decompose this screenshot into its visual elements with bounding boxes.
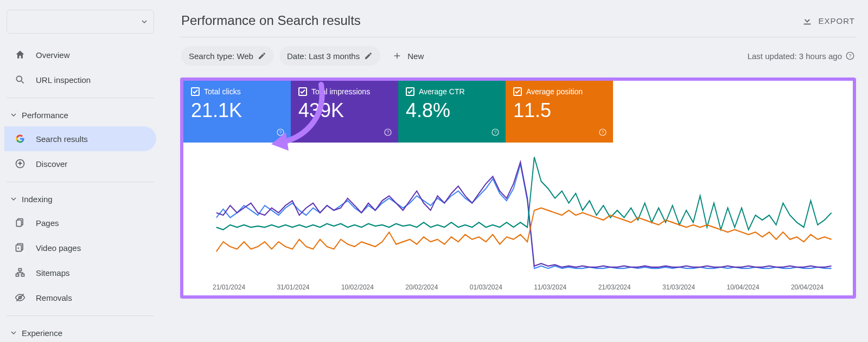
chevron-down-icon [9, 194, 18, 204]
divider [7, 182, 154, 182]
x-axis-label: 10/04/2024 [727, 283, 760, 291]
sidebar: Overview URL inspection Performance Sear… [0, 0, 161, 342]
svg-rect-4 [16, 220, 21, 227]
sidebar-item-removals[interactable]: Removals [4, 285, 156, 310]
search-icon [14, 74, 26, 86]
sidebar-item-sitemaps[interactable]: Sitemaps [4, 260, 156, 285]
export-button[interactable]: EXPORT [801, 15, 855, 27]
main-content: Performance on Search results EXPORT Sea… [161, 0, 868, 342]
metric-card-impressions[interactable]: Total impressions 439K ? [291, 81, 398, 143]
help-icon[interactable]: ? [383, 127, 393, 137]
google-icon [14, 133, 26, 145]
sidebar-item-label: Search results [36, 134, 88, 144]
help-icon[interactable]: ? [598, 127, 608, 137]
sidebar-item-label: Sitemaps [36, 268, 70, 278]
sidebar-item-label: Removals [36, 293, 72, 302]
metric-card-ctr[interactable]: Average CTR 4.8% ? [398, 81, 506, 143]
checkbox-icon [513, 87, 522, 96]
removals-icon [14, 292, 26, 304]
x-axis-label: 10/02/2024 [341, 283, 374, 291]
sidebar-item-discover[interactable]: Discover [4, 151, 156, 176]
add-filter-label: New [407, 51, 424, 61]
video-pages-icon [14, 242, 26, 254]
pencil-icon [364, 51, 373, 60]
x-axis-label: 21/01/2024 [213, 283, 245, 291]
sidebar-item-label: Pages [36, 218, 59, 228]
sidebar-item-label: Discover [36, 159, 67, 169]
section-label: Indexing [22, 195, 53, 204]
chevron-down-icon [9, 110, 18, 120]
checkbox-icon [191, 87, 200, 96]
svg-line-1 [22, 81, 24, 83]
divider [7, 98, 154, 98]
chevron-down-icon [9, 328, 18, 338]
metric-value: 439K [298, 99, 391, 122]
chart: 21/01/202431/01/202410/02/202420/02/2024… [183, 143, 853, 295]
metric-value: 4.8% [406, 99, 498, 122]
discover-icon [14, 158, 26, 170]
metric-cards: Total clicks 21.1K ? Total impressions 4… [183, 81, 853, 143]
svg-point-0 [16, 76, 22, 81]
svg-text:?: ? [849, 54, 852, 59]
metric-card-clicks[interactable]: Total clicks 21.1K ? [183, 81, 291, 143]
x-axis-label: 20/04/2024 [791, 283, 824, 291]
sidebar-section-experience[interactable]: Experience [4, 321, 156, 342]
page-title: Performance on Search results [181, 13, 361, 28]
sidebar-section-performance[interactable]: Performance [4, 104, 156, 126]
pencil-icon [258, 51, 266, 60]
sidebar-item-overview[interactable]: Overview [4, 42, 156, 67]
metric-card-position[interactable]: Average position 11.5 ? [506, 81, 613, 143]
x-axis-label: 21/03/2024 [598, 283, 631, 291]
x-axis-label: 11/03/2024 [534, 283, 566, 291]
chart-series [216, 157, 832, 230]
report-card: Total clicks 21.1K ? Total impressions 4… [180, 78, 856, 299]
last-updated-text: Last updated: 3 hours ago [748, 51, 842, 61]
x-axis-label: 01/03/2024 [470, 283, 502, 291]
svg-rect-7 [19, 269, 22, 271]
sidebar-item-pages[interactable]: Pages [4, 210, 156, 235]
sidebar-item-search-results[interactable]: Search results [4, 126, 156, 151]
help-icon[interactable]: ? [276, 127, 285, 137]
help-icon[interactable]: ? [845, 51, 855, 61]
pages-icon [14, 217, 26, 229]
filter-bar: Search type: Web Date: Last 3 months New… [180, 37, 856, 74]
line-chart [193, 148, 843, 282]
export-label: EXPORT [819, 16, 855, 25]
x-axis-label: 31/03/2024 [662, 283, 695, 291]
metric-value: 21.1K [191, 99, 283, 122]
download-icon [801, 15, 813, 27]
sidebar-section-indexing[interactable]: Indexing [4, 188, 156, 210]
svg-rect-9 [22, 274, 24, 276]
chip-date[interactable]: Date: Last 3 months [279, 46, 380, 66]
last-updated: Last updated: 3 hours ago ? [748, 51, 855, 61]
sidebar-item-url-inspection[interactable]: URL inspection [4, 67, 156, 92]
home-icon [14, 49, 26, 61]
help-icon[interactable]: ? [490, 127, 500, 137]
chip-label: Search type: Web [189, 51, 253, 61]
sidebar-item-video-pages[interactable]: Video pages [4, 235, 156, 260]
svg-rect-8 [16, 274, 19, 276]
sidebar-item-label: Video pages [36, 243, 81, 253]
plus-icon [392, 51, 402, 61]
svg-rect-12 [803, 24, 810, 25]
checkbox-icon [298, 87, 307, 96]
chip-search-type[interactable]: Search type: Web [181, 46, 274, 66]
property-selector[interactable] [7, 10, 154, 34]
svg-text:?: ? [279, 130, 282, 135]
page-header: Performance on Search results EXPORT [180, 7, 856, 37]
svg-text:?: ? [387, 130, 390, 135]
metric-label: Average CTR [419, 87, 465, 96]
metric-label: Average position [526, 87, 583, 96]
checkbox-icon [406, 87, 414, 96]
svg-text:?: ? [494, 130, 497, 135]
metric-label: Total impressions [311, 87, 370, 96]
sidebar-item-label: Overview [36, 50, 70, 60]
x-axis-label: 31/01/2024 [277, 283, 309, 291]
svg-text:?: ? [602, 130, 604, 135]
add-filter-button[interactable]: New [386, 46, 430, 66]
sidebar-item-label: URL inspection [36, 75, 91, 85]
chevron-down-icon [142, 19, 147, 24]
metric-value: 11.5 [513, 99, 605, 122]
divider [7, 315, 154, 316]
sitemaps-icon [14, 267, 26, 279]
